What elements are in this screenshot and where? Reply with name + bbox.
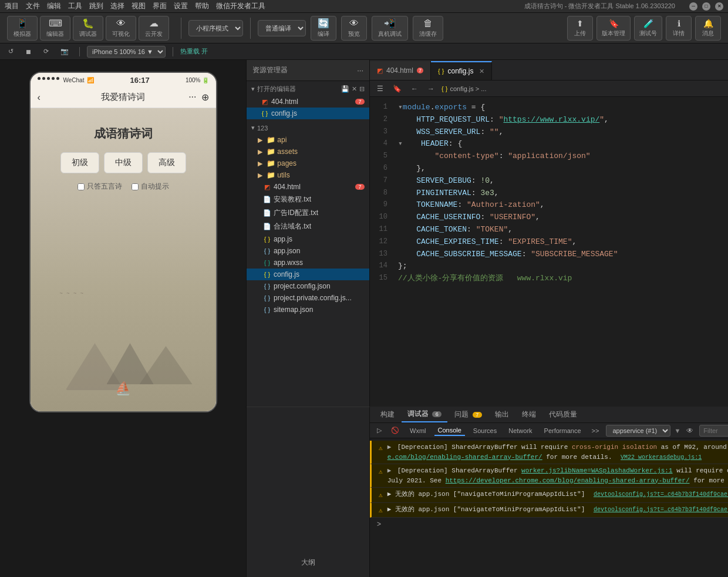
file-404-project[interactable]: ◩ 404.html 7: [247, 181, 369, 193]
fold-arrow-1[interactable]: ▾: [398, 102, 403, 114]
minimize-button[interactable]: ─: [689, 2, 697, 11]
expand-icon-1[interactable]: ▶: [387, 444, 392, 451]
tab-404html[interactable]: ◩ 404.html 7: [370, 61, 431, 80]
phone-back-icon[interactable]: ‹: [38, 92, 41, 103]
folder-utils[interactable]: ▶ 📁 utils: [247, 169, 369, 181]
five-words-checkbox[interactable]: [77, 183, 85, 190]
subtab-network[interactable]: Network: [505, 426, 535, 435]
project-header[interactable]: ▾ 123: [247, 122, 369, 134]
menu-goto[interactable]: 跳到: [89, 1, 103, 11]
screenshot-button[interactable]: 📷: [57, 46, 72, 56]
tab-configjs[interactable]: { } config.js ✕: [431, 61, 492, 80]
subtab-wxml[interactable]: Wxml: [406, 426, 430, 435]
filter-input[interactable]: [699, 425, 728, 437]
device-select[interactable]: iPhone 5 100% 16 ▼: [87, 46, 166, 58]
file-appwxss[interactable]: { } app.wxss: [247, 257, 369, 269]
folder-api[interactable]: ▶ 📁 api: [247, 134, 369, 146]
context-select[interactable]: appservice (#1): [606, 425, 670, 437]
compile-button[interactable]: 🔄 编译: [311, 16, 336, 41]
editor-button[interactable]: ⌨ 编辑器: [40, 16, 70, 41]
bookmarks-button[interactable]: 🔖: [390, 83, 404, 94]
execute-js-button[interactable]: ▷: [375, 425, 384, 435]
menu-file[interactable]: 文件: [26, 1, 40, 11]
detail-button[interactable]: ℹ 详情: [666, 16, 692, 41]
collapse-icon[interactable]: ⊟: [359, 85, 365, 93]
menu-help[interactable]: 帮助: [195, 1, 209, 11]
expand-icon-2[interactable]: ▶: [387, 467, 392, 474]
file-appjson[interactable]: { } app.json: [247, 245, 369, 257]
open-file-config[interactable]: { } config.js: [247, 108, 369, 119]
open-file-404[interactable]: ◩ 404.html 7: [247, 96, 369, 108]
editor-content[interactable]: 1 2 3 4 5 6 7 8 9 10 11 12 13 14: [370, 97, 728, 407]
fold-arrow-4[interactable]: ▾: [398, 138, 403, 150]
back-button[interactable]: ←: [409, 83, 420, 94]
file-projectprivate[interactable]: { } project.private.config.js...: [247, 292, 369, 304]
folder-pages[interactable]: ▶ 📁 pages: [247, 157, 369, 169]
simulator-button[interactable]: 📱 模拟器: [7, 16, 38, 41]
more-dots-icon[interactable]: ···: [188, 92, 196, 103]
more-circle-icon[interactable]: ⊕: [201, 92, 209, 103]
level-easy-button[interactable]: 初级: [60, 152, 99, 173]
more-subtabs-icon[interactable]: >>: [589, 426, 602, 435]
toggle-sidebar-button[interactable]: ☰: [375, 83, 386, 94]
message-button[interactable]: 🔔 消息: [695, 16, 721, 41]
stop-button[interactable]: ⏹: [22, 47, 35, 56]
menu-select[interactable]: 选择: [110, 1, 124, 11]
file-install-guide[interactable]: 📄 安装教程.txt: [247, 193, 369, 206]
msg4-source[interactable]: devtoolsconfig.js?t=…c64b7b3f140df9cae:3: [594, 506, 728, 513]
tab-config-close-icon[interactable]: ✕: [479, 68, 484, 75]
msg1-source[interactable]: VM22 workerasdebug.js:1: [621, 454, 702, 461]
eye-icon[interactable]: 👁: [684, 425, 696, 436]
subtab-sources[interactable]: Sources: [470, 426, 500, 435]
option-auto-hint[interactable]: 自动提示: [132, 182, 169, 192]
clear-cache-button[interactable]: 🗑 清缓存: [413, 16, 443, 41]
tab-code-quality[interactable]: 代码质量: [543, 407, 583, 422]
menu-settings[interactable]: 设置: [174, 1, 188, 11]
refresh-button[interactable]: ↺: [5, 46, 17, 56]
close-button[interactable]: ✕: [715, 2, 723, 11]
forward-button[interactable]: →: [425, 83, 437, 94]
subtab-console[interactable]: Console: [434, 425, 465, 436]
msg2-link2[interactable]: https://developer.chrome.com/blog/enabli…: [446, 477, 690, 484]
close-all-icon[interactable]: ✕: [352, 85, 357, 93]
file-configjs[interactable]: { } config.js: [247, 269, 369, 280]
level-medium-button[interactable]: 中级: [104, 152, 143, 173]
folder-assets[interactable]: ▶ 📁 assets: [247, 146, 369, 157]
msg2-link1[interactable]: worker.js?libName=WASplashadWorker.js:1: [521, 467, 672, 474]
test-button[interactable]: 🧪 测试号: [634, 16, 662, 41]
level-hard-button[interactable]: 高级: [147, 152, 186, 173]
tab-problems[interactable]: 问题 7: [449, 407, 487, 422]
menu-view[interactable]: 视图: [132, 1, 146, 11]
version-mgr-button[interactable]: 🔖 版本管理: [596, 16, 631, 41]
tab-terminal[interactable]: 终端: [516, 407, 542, 422]
menu-project[interactable]: 项目: [5, 1, 19, 11]
menu-wechat-tool[interactable]: 微信开发者工具: [216, 1, 265, 11]
console-clear-button[interactable]: 🚫: [389, 425, 402, 435]
menu-tool[interactable]: 工具: [68, 1, 82, 11]
cloud-button[interactable]: ☁ 云开发: [139, 16, 169, 41]
more-files-icon[interactable]: ···: [357, 66, 363, 75]
open-editors-header[interactable]: ▾ 打开的编辑器 💾 ✕ ⊟: [247, 82, 369, 96]
tab-build[interactable]: 构建: [375, 407, 400, 422]
debugger-button[interactable]: 🐛 调试器: [73, 16, 103, 41]
file-appjs[interactable]: { } app.js: [247, 233, 369, 245]
maximize-button[interactable]: □: [702, 2, 710, 11]
code-area[interactable]: ▾ module.exports = { HTTP_REQUEST_URL: "…: [391, 97, 728, 407]
real-debug-button[interactable]: 📲 真机调试: [372, 16, 408, 41]
mode-select[interactable]: 小程序模式: [188, 20, 243, 36]
menu-edit[interactable]: 编辑: [47, 1, 61, 11]
tab-output[interactable]: 输出: [489, 407, 515, 422]
rotate-button[interactable]: ⟳: [40, 46, 52, 56]
file-domain[interactable]: 📄 合法域名.txt: [247, 220, 369, 233]
subtab-performance[interactable]: Performance: [541, 426, 585, 435]
compile-mode-select[interactable]: 普通编译: [258, 20, 306, 36]
file-sitemap[interactable]: { } sitemap.json: [247, 304, 369, 316]
preview-button[interactable]: 👁 预览: [341, 16, 367, 41]
msg3-source[interactable]: devtoolsconfig.js?t=…c64b7b3f140df9cae:3: [594, 491, 728, 498]
file-projectconfig[interactable]: { } project.config.json: [247, 280, 369, 292]
upload-button[interactable]: ⬆ 上传: [567, 16, 593, 41]
menu-interface[interactable]: 界面: [153, 1, 167, 11]
tab-debugger[interactable]: 调试器 6: [402, 407, 447, 422]
auto-hint-checkbox[interactable]: [132, 183, 139, 190]
option-five-words[interactable]: 只答五言诗: [77, 182, 122, 192]
